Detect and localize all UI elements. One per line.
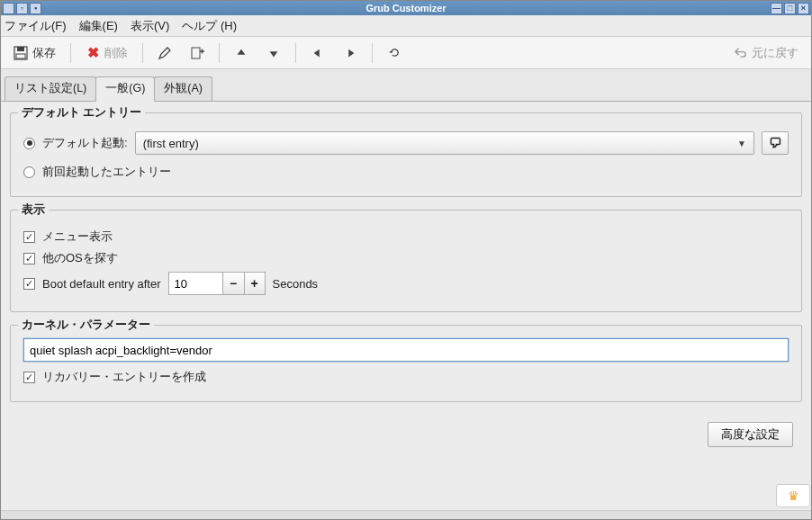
tab-content-general: デフォルト エントリー デフォルト起動: (first entry) ▼ 🗩 前… bbox=[1, 101, 811, 510]
maximize-icon[interactable]: □ bbox=[784, 3, 796, 14]
notification-badge[interactable]: ♛ bbox=[776, 484, 810, 507]
checkbox-show-menu[interactable] bbox=[23, 231, 35, 243]
group-display: 表示 メニュー表示 他のOSを探す Boot default entry aft… bbox=[10, 210, 802, 312]
toolbar-separator bbox=[219, 43, 220, 63]
menu-edit[interactable]: 編集(E) bbox=[79, 18, 118, 34]
arrow-up-icon bbox=[234, 46, 248, 60]
checkbox-boot-after[interactable] bbox=[23, 278, 35, 290]
svg-rect-1 bbox=[17, 47, 24, 51]
revert-icon bbox=[733, 46, 747, 60]
edit-button[interactable] bbox=[150, 40, 179, 66]
titlebar-right-controls: — □ × bbox=[769, 3, 811, 14]
svg-rect-2 bbox=[16, 54, 25, 58]
stick-icon[interactable]: ▪ bbox=[30, 3, 41, 14]
timeout-stepper: − + bbox=[168, 272, 266, 295]
legend-display: 表示 bbox=[18, 202, 49, 218]
app-menu-icon[interactable] bbox=[3, 3, 14, 14]
revert-button[interactable]: 元に戻す bbox=[726, 40, 806, 66]
statusbar bbox=[1, 510, 811, 519]
footer: 高度な設定 bbox=[10, 415, 802, 454]
reload-button[interactable] bbox=[380, 40, 409, 66]
menu-file[interactable]: ファイル(F) bbox=[5, 18, 67, 34]
label-boot-after: Boot default entry after bbox=[42, 277, 161, 291]
legend-default-entry: デフォルト エントリー bbox=[18, 105, 145, 121]
toolbar-separator bbox=[70, 43, 71, 63]
tabbar: リスト設定(L) 一般(G) 外観(A) bbox=[1, 69, 811, 101]
checkbox-recovery[interactable] bbox=[23, 372, 35, 383]
reload-icon bbox=[387, 46, 401, 60]
tab-general[interactable]: 一般(G) bbox=[95, 76, 155, 102]
timeout-plus-button[interactable]: + bbox=[244, 272, 266, 295]
crown-icon: ♛ bbox=[788, 489, 799, 503]
menu-help[interactable]: ヘルプ (H) bbox=[182, 18, 237, 34]
label-seconds: Seconds bbox=[273, 277, 319, 291]
group-default-entry: デフォルト エントリー デフォルト起動: (first entry) ▼ 🗩 前… bbox=[10, 112, 802, 197]
chevron-down-icon: ▼ bbox=[737, 139, 746, 148]
speech-bubble-icon: 🗩 bbox=[769, 136, 781, 150]
timeout-minus-button[interactable]: − bbox=[222, 272, 244, 295]
nav-back-button[interactable] bbox=[303, 40, 332, 66]
legend-kernel: カーネル・パラメーター bbox=[18, 318, 154, 333]
delete-icon: ✖ bbox=[86, 46, 100, 60]
menubar: ファイル(F) 編集(E) 表示(V) ヘルプ (H) bbox=[1, 15, 811, 37]
move-down-button[interactable] bbox=[259, 40, 288, 66]
label-default-boot: デフォルト起動: bbox=[42, 135, 128, 151]
toolbar-separator bbox=[372, 43, 373, 63]
window-title: Grub Customizer bbox=[43, 3, 769, 13]
help-button[interactable]: 🗩 bbox=[762, 131, 789, 155]
timeout-input[interactable] bbox=[168, 272, 222, 295]
main-window: ▫ ▪ Grub Customizer — □ × ファイル(F) 編集(E) … bbox=[0, 0, 812, 520]
arrow-left-icon bbox=[311, 46, 325, 60]
kernel-params-input[interactable] bbox=[23, 338, 789, 362]
combo-default-value: (first entry) bbox=[143, 137, 199, 150]
combo-default-entry[interactable]: (first entry) ▼ bbox=[135, 131, 754, 155]
radio-last-boot[interactable] bbox=[23, 166, 35, 178]
advanced-button[interactable]: 高度な設定 bbox=[708, 422, 793, 447]
minimize-icon[interactable]: — bbox=[771, 3, 782, 14]
delete-button[interactable]: ✖ 削除 bbox=[78, 40, 135, 66]
save-icon bbox=[14, 46, 28, 60]
toolbar-separator bbox=[142, 43, 143, 63]
arrow-down-icon bbox=[266, 46, 281, 60]
group-kernel: カーネル・パラメーター リカバリー・エントリーを作成 bbox=[10, 325, 802, 402]
label-recovery: リカバリー・エントリーを作成 bbox=[42, 369, 206, 385]
label-search-os: 他のOSを探す bbox=[42, 250, 118, 266]
tab-appearance[interactable]: 外観(A) bbox=[154, 76, 212, 101]
pencil-icon bbox=[158, 46, 172, 60]
titlebar: ▫ ▪ Grub Customizer — □ × bbox=[1, 1, 811, 15]
checkbox-search-os[interactable] bbox=[23, 253, 35, 264]
toolbar: 保存 ✖ 削除 bbox=[1, 37, 811, 69]
save-label: 保存 bbox=[32, 45, 56, 61]
unshade-icon[interactable]: ▫ bbox=[16, 3, 28, 14]
arrow-right-icon bbox=[343, 46, 357, 60]
menu-view[interactable]: 表示(V) bbox=[131, 18, 169, 34]
label-show-menu: メニュー表示 bbox=[42, 229, 113, 245]
delete-label: 削除 bbox=[104, 45, 128, 61]
toolbar-separator bbox=[295, 43, 296, 63]
radio-default-boot[interactable] bbox=[23, 138, 35, 149]
nav-forward-button[interactable] bbox=[336, 40, 365, 66]
save-button[interactable]: 保存 bbox=[6, 40, 63, 66]
label-last-boot: 前回起動したエントリー bbox=[42, 164, 171, 180]
tab-list[interactable]: リスト設定(L) bbox=[5, 76, 96, 101]
revert-label: 元に戻す bbox=[752, 45, 798, 61]
svg-rect-3 bbox=[192, 48, 200, 58]
add-script-icon bbox=[190, 46, 204, 60]
close-icon[interactable]: × bbox=[798, 3, 809, 14]
move-up-button[interactable] bbox=[227, 40, 256, 66]
titlebar-left-controls: ▫ ▪ bbox=[1, 3, 43, 14]
new-button[interactable] bbox=[183, 40, 212, 66]
